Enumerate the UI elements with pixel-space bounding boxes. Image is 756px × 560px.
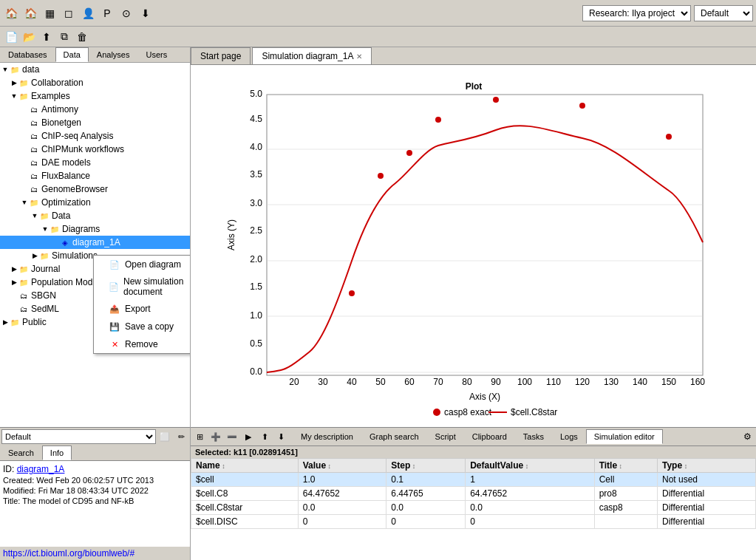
x-label-120: 120 <box>574 377 589 387</box>
expand-collab[interactable]: ▶ <box>10 79 18 86</box>
tree-node-collaboration[interactable]: ▶ 📁 Collaboration <box>0 76 190 89</box>
br-tab-clipboard[interactable]: Clipboard <box>464 429 515 444</box>
bl-default-select[interactable]: Default <box>1 429 156 444</box>
item-icon-dae: 🗂 <box>28 157 40 168</box>
col-title[interactable]: Title <box>594 459 657 473</box>
table-row[interactable]: $cell.DISC000Differential <box>191 515 756 529</box>
circle-icon[interactable]: ⊙ <box>118 5 134 21</box>
tab-data[interactable]: Data <box>55 47 89 62</box>
window-icon[interactable]: ◻ <box>61 5 77 21</box>
br-tab-description[interactable]: My description <box>293 429 361 444</box>
col-type[interactable]: Type <box>658 459 756 473</box>
tab-databases[interactable]: Databases <box>0 47 55 62</box>
default-select[interactable]: Default <box>694 5 753 21</box>
tree-node-chipmunk[interactable]: ▶ 🗂 ChIPMunk workflows <box>0 143 190 156</box>
expand-journal[interactable]: ▶ <box>10 265 18 273</box>
upload-icon[interactable]: ⬆ <box>38 29 55 45</box>
ctx-export[interactable]: 📤 Export <box>94 300 190 318</box>
tab-users[interactable]: Users <box>137 47 175 62</box>
expand-optimization[interactable]: ▼ <box>21 199 28 206</box>
br-icon-grid[interactable]: ⊞ <box>192 429 207 444</box>
tree-label-fluxbalance: FluxBalance <box>41 171 90 181</box>
tree-node-optimization[interactable]: ▼ 📁 Optimization <box>0 196 190 209</box>
col-default[interactable]: DefaultValue <box>466 459 594 473</box>
expand-simulations[interactable]: ▶ <box>31 252 38 259</box>
br-settings-icon[interactable]: ⚙ <box>740 429 755 444</box>
grid-icon[interactable]: ▦ <box>41 5 58 21</box>
delete-icon[interactable]: 🗑 <box>74 29 90 45</box>
bl-tab-search[interactable]: Search <box>0 445 42 460</box>
tab-analyses[interactable]: Analyses <box>89 47 138 62</box>
open-icon[interactable]: 📂 <box>21 29 37 45</box>
ctx-remove[interactable]: ✕ Remove <box>94 335 190 353</box>
x-label-140: 140 <box>632 377 647 387</box>
tree-node-opt-data[interactable]: ▼ 📁 Data <box>0 209 190 222</box>
bl-expand-icon[interactable]: ⬜ <box>157 429 172 444</box>
tree-node-bionetgen[interactable]: ▶ 🗂 Bionetgen <box>0 116 190 129</box>
tree-node-dae[interactable]: ▶ 🗂 DAE models <box>0 156 190 169</box>
tree-node-diagrams[interactable]: ▼ 📁 Diagrams <box>0 222 190 236</box>
col-step[interactable]: Step <box>386 459 466 473</box>
legend-dot <box>433 409 440 416</box>
bl-tab-info[interactable]: Info <box>42 445 72 460</box>
tab-simulation-diagram[interactable]: Simulation diagram_1A ✕ <box>252 47 372 64</box>
bl-edit-icon[interactable]: ✏ <box>174 429 188 444</box>
cell-title: Cell <box>594 473 657 487</box>
y-axis-label: Axis (Y) <box>226 219 236 250</box>
research-select[interactable]: Research: Ilya project <box>582 5 691 21</box>
user-icon[interactable]: 👤 <box>80 5 96 21</box>
tree-label-chipseq: ChIP-seq Analysis <box>41 131 113 141</box>
br-icon-play[interactable]: ▶ <box>241 429 256 444</box>
table-row[interactable]: $cell.C864.476526.4476564.47652pro8Diffe… <box>191 487 756 501</box>
ctx-new-sim-label: New simulation document <box>123 276 190 297</box>
br-tab-logs[interactable]: Logs <box>552 429 586 444</box>
tree-node-examples[interactable]: ▼ 📁 Examples <box>0 89 190 103</box>
br-tab-graphsearch[interactable]: Graph search <box>361 429 427 444</box>
br-tab-tasks[interactable]: Tasks <box>515 429 552 444</box>
br-icon-up[interactable]: ⬆ <box>257 429 272 444</box>
cell-title: pro8 <box>594 487 657 501</box>
context-menu: 📄 Open diagram 📄 New simulation document… <box>93 255 190 354</box>
data-point <box>435 117 441 123</box>
new-icon[interactable]: 📄 <box>3 29 19 45</box>
tab-start-page[interactable]: Start page <box>191 47 251 64</box>
tree-node-data[interactable]: ▼ 📁 data <box>0 63 190 76</box>
expand-diagrams[interactable]: ▼ <box>41 225 49 233</box>
col-name[interactable]: Name <box>191 459 299 473</box>
br-tab-simeditor[interactable]: Simulation editor <box>586 429 663 444</box>
copy-icon[interactable]: ⧉ <box>56 29 72 45</box>
expand-examples[interactable]: ▼ <box>10 92 18 100</box>
remove-icon: ✕ <box>109 338 120 350</box>
cell-name: $cell.C8 <box>191 487 299 501</box>
top-bar: 🏠 🏠 ▦ ◻ 👤 P ⊙ ⬇ Research: Ilya project D… <box>0 0 756 27</box>
col-value[interactable]: Value <box>298 459 386 473</box>
info-id-link[interactable]: diagram_1A <box>17 464 65 474</box>
tree-node-genomebrowser[interactable]: ▶ 🗂 GenomeBrowser <box>0 182 190 196</box>
expand-opt-data[interactable]: ▼ <box>31 212 38 219</box>
tree-node-antimony[interactable]: ▶ 🗂 Antimony <box>0 103 190 116</box>
tree-label-collab: Collaboration <box>31 78 84 88</box>
tree-label-dae: DAE models <box>41 157 91 168</box>
ctx-save-copy[interactable]: 💾 Save a copy <box>94 318 190 335</box>
tree-node-diagram1a[interactable]: ▶ ◈ diagram_1A <box>0 236 190 249</box>
home-icon[interactable]: 🏠 <box>22 5 38 21</box>
expand-population[interactable]: ▶ <box>10 279 18 286</box>
p-icon[interactable]: P <box>99 5 115 21</box>
tree-label-data: data <box>22 64 39 75</box>
folder-icon-population: 📁 <box>18 276 30 288</box>
bl-toolbar: Default ⬜ ✏ <box>0 428 190 445</box>
expand-public[interactable]: ▶ <box>1 318 9 326</box>
download-icon[interactable]: ⬇ <box>137 5 154 21</box>
br-icon-add[interactable]: ➕ <box>208 429 223 444</box>
br-icon-remove[interactable]: ➖ <box>225 429 239 444</box>
ctx-new-sim[interactable]: 📄 New simulation document <box>94 273 190 300</box>
br-icon-down[interactable]: ⬇ <box>273 429 288 444</box>
tree-node-fluxbalance[interactable]: ▶ 🗂 FluxBalance <box>0 169 190 182</box>
table-row[interactable]: $cell.C8star0.00.00.0casp8Differential <box>191 501 756 515</box>
expand-data[interactable]: ▼ <box>1 66 9 73</box>
tab-sim-close[interactable]: ✕ <box>356 52 362 61</box>
ctx-open-diagram[interactable]: 📄 Open diagram <box>94 256 190 273</box>
br-tab-script[interactable]: Script <box>427 429 464 444</box>
table-row[interactable]: $cell1.00.11CellNot used <box>191 473 756 487</box>
tree-node-chipseq[interactable]: ▶ 🗂 ChIP-seq Analysis <box>0 129 190 143</box>
